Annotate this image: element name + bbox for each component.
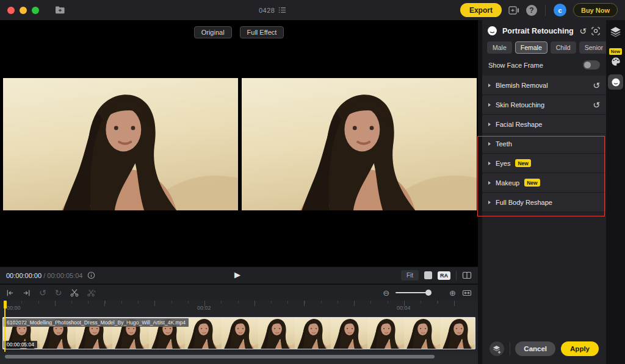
section-label: Full Body Reshape bbox=[496, 199, 552, 206]
panel-footer: Cancel Apply bbox=[482, 341, 606, 356]
section-label: Eyes bbox=[496, 160, 510, 167]
face-frame-icon[interactable] bbox=[591, 27, 600, 35]
square-icon[interactable] bbox=[424, 271, 432, 279]
import-media-icon[interactable] bbox=[55, 5, 65, 15]
retouch-sections: Blemish Removal ↺ Skin Retouching ↺ Faci… bbox=[482, 76, 606, 212]
section-label: Skin Retouching bbox=[496, 101, 544, 109]
task-counter: 0428 bbox=[259, 7, 275, 14]
section-label: Teeth bbox=[496, 140, 512, 148]
horizontal-scrollbar[interactable] bbox=[5, 355, 435, 359]
tab-male[interactable]: Male bbox=[487, 41, 512, 54]
section-skin-retouching[interactable]: Skin Retouching ↺ bbox=[482, 95, 606, 115]
undo-icon[interactable]: ↺ bbox=[39, 288, 46, 297]
show-face-frame-label: Show Face Frame bbox=[488, 62, 543, 69]
fit-timeline-icon[interactable] bbox=[462, 288, 472, 298]
ruler-tick-label: 00:04 bbox=[397, 305, 411, 311]
window-controls bbox=[7, 7, 39, 14]
smart-cut-icon[interactable]: A bbox=[87, 288, 96, 297]
clip-duration-badge: 00:00:05:04 bbox=[4, 341, 37, 348]
save-preset-button[interactable] bbox=[490, 341, 504, 356]
split-view-icon[interactable] bbox=[462, 271, 472, 280]
expand-caret-icon bbox=[488, 84, 491, 87]
face-icon bbox=[487, 26, 497, 36]
tab-female[interactable]: Female bbox=[515, 41, 547, 54]
play-button[interactable]: ▶ bbox=[234, 270, 240, 279]
video-clip[interactable]: 6102072_Modelling_Photoshoot_Dress_Model… bbox=[2, 317, 475, 349]
time-separator: / bbox=[43, 272, 45, 279]
task-list-icon[interactable] bbox=[278, 7, 286, 13]
current-timecode: 00:00:00:00 / 00:00:05:04 bbox=[6, 272, 82, 279]
jump-to-start-icon[interactable] bbox=[6, 289, 14, 297]
playback-bar: 00:00:00:00 / 00:00:05:04 ▶ Fit RA bbox=[0, 266, 478, 284]
portrait-retouching-tool-button[interactable] bbox=[608, 74, 623, 90]
account-avatar[interactable]: c bbox=[554, 4, 566, 16]
timeline-zoom-slider[interactable] bbox=[396, 289, 443, 296]
portrait-retouching-panel: Portrait Retouching ↺ Male Female Child … bbox=[482, 20, 606, 364]
expand-caret-icon bbox=[488, 162, 491, 165]
apply-button[interactable]: Apply bbox=[561, 341, 599, 356]
timeline-ruler[interactable]: 00:00 00:02 00:04 bbox=[0, 301, 478, 313]
reset-section-icon[interactable]: ↺ bbox=[593, 101, 600, 109]
section-facial-reshape[interactable]: Facial Reshape bbox=[482, 115, 606, 134]
original-view-button[interactable]: Original bbox=[194, 26, 232, 38]
close-window-button[interactable] bbox=[7, 7, 15, 14]
ruler-tick-label: 00:02 bbox=[197, 305, 211, 311]
footer-divider bbox=[510, 342, 510, 355]
original-video-frame bbox=[3, 78, 238, 210]
section-teeth[interactable]: Teeth bbox=[482, 134, 606, 154]
ruler-tick-label: 00:00 bbox=[7, 305, 21, 311]
clip-filename: 6102072_Modelling_Photoshoot_Dress_Model… bbox=[4, 318, 189, 327]
titlebar-divider bbox=[545, 5, 546, 16]
panel-title: Portrait Retouching bbox=[502, 27, 574, 35]
expand-caret-icon bbox=[488, 123, 491, 126]
retouched-video-frame bbox=[242, 78, 477, 210]
tab-child[interactable]: Child bbox=[551, 41, 576, 54]
info-icon[interactable] bbox=[87, 271, 95, 279]
playbar-divider bbox=[456, 271, 457, 280]
new-badge: New bbox=[524, 179, 540, 187]
timeline-track: 6102072_Modelling_Photoshoot_Dress_Model… bbox=[0, 313, 478, 352]
slider-knob[interactable] bbox=[425, 290, 432, 296]
section-makeup[interactable]: Makeup New bbox=[482, 173, 606, 193]
playhead[interactable] bbox=[4, 301, 5, 352]
zoom-out-icon[interactable]: ⊖ bbox=[383, 289, 389, 297]
timeline-toolbar: ↺ ↻ A ⊖ ⊕ bbox=[0, 284, 478, 301]
full-effect-view-button[interactable]: Full Effect bbox=[240, 26, 284, 38]
export-to-device-icon[interactable] bbox=[508, 6, 519, 15]
cancel-button[interactable]: Cancel bbox=[515, 341, 555, 356]
reset-section-icon[interactable]: ↺ bbox=[593, 81, 600, 90]
buy-now-button[interactable]: Buy Now bbox=[573, 3, 618, 17]
reset-all-icon[interactable]: ↺ bbox=[579, 27, 587, 35]
ra-button[interactable]: RA bbox=[438, 271, 450, 280]
export-button[interactable]: Export bbox=[460, 3, 502, 17]
redo-icon[interactable]: ↻ bbox=[55, 288, 62, 297]
section-label: Blemish Removal bbox=[496, 82, 548, 89]
duration-time: 00:00:05:04 bbox=[47, 272, 82, 279]
current-time: 00:00:00:00 bbox=[6, 272, 42, 279]
new-badge: New bbox=[515, 159, 530, 167]
cut-icon[interactable] bbox=[70, 288, 79, 297]
minimize-window-button[interactable] bbox=[20, 7, 27, 14]
zoom-window-button[interactable] bbox=[32, 7, 39, 14]
titlebar: 0428 Export ? c Buy Now bbox=[0, 0, 625, 20]
expand-caret-icon bbox=[488, 103, 491, 107]
right-edge-strip: New bbox=[606, 20, 625, 364]
section-label: Facial Reshape bbox=[496, 121, 542, 128]
section-blemish-removal[interactable]: Blemish Removal ↺ bbox=[482, 76, 606, 95]
fit-button[interactable]: Fit bbox=[401, 270, 419, 280]
tab-senior[interactable]: Senior bbox=[579, 41, 609, 54]
preview-area: Original Full Effect bbox=[0, 20, 478, 266]
app-window: 0428 Export ? c Buy Now Original Full Ef… bbox=[0, 0, 625, 364]
zoom-in-icon[interactable]: ⊕ bbox=[449, 289, 456, 297]
jump-to-end-icon[interactable] bbox=[23, 289, 31, 297]
show-face-frame-toggle[interactable] bbox=[583, 60, 600, 70]
timeline-scroll-area bbox=[0, 352, 478, 364]
svg-text:A: A bbox=[93, 290, 96, 293]
palette-icon[interactable] bbox=[610, 56, 621, 67]
gender-tabs: Male Female Child Senior bbox=[482, 40, 606, 59]
section-eyes[interactable]: Eyes New bbox=[482, 154, 606, 173]
layers-icon[interactable] bbox=[610, 26, 621, 38]
help-icon[interactable]: ? bbox=[526, 5, 537, 16]
expand-caret-icon bbox=[488, 142, 491, 146]
section-full-body-reshape[interactable]: Full Body Reshape bbox=[482, 193, 606, 212]
